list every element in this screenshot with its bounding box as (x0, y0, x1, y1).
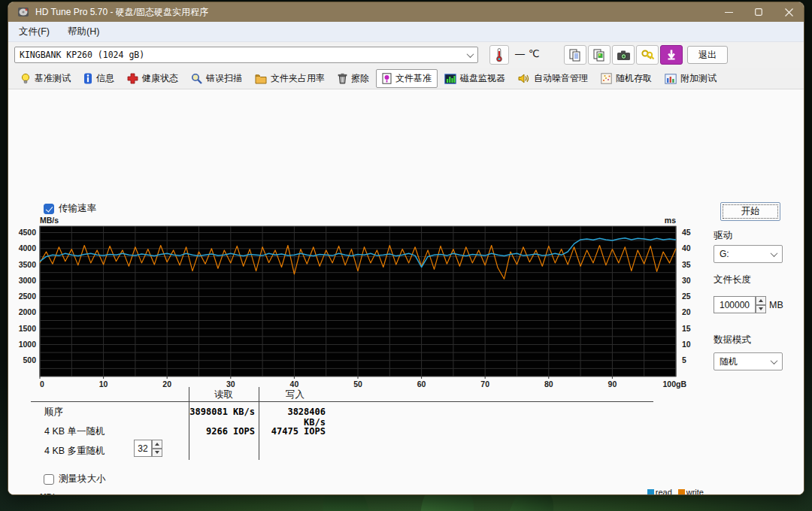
svg-text:MB/s: MB/s (40, 494, 59, 495)
random-access-icon (601, 73, 612, 84)
tab-bar: 基准测试 信息 健康状态 错误扫描 (8, 68, 804, 89)
svg-text:45: 45 (682, 228, 691, 237)
svg-text:20: 20 (162, 379, 171, 389)
svg-text:25: 25 (682, 292, 691, 301)
maximize-button[interactable] (744, 2, 774, 22)
options-button[interactable] (636, 45, 659, 65)
file-benchmark-icon (382, 73, 392, 84)
tab-label: 磁盘监视器 (460, 72, 505, 85)
tab-benchmark[interactable]: 基准测试 (14, 69, 77, 88)
folder-icon (255, 74, 267, 84)
menu-bar: 文件(F) 帮助(H) (8, 22, 804, 42)
stepper-up-button[interactable] (152, 440, 162, 449)
file-length-unit: MB (769, 300, 783, 310)
svg-text:MB/s: MB/s (40, 216, 59, 225)
tab-label: 信息 (96, 72, 114, 85)
tab-label: 基准测试 (35, 72, 71, 85)
block-size-checkbox[interactable]: 测量块大小 (44, 473, 106, 485)
svg-text:3500: 3500 (19, 260, 37, 269)
hdtune-app-icon (17, 6, 29, 18)
close-button[interactable] (774, 2, 804, 22)
speaker-icon (518, 73, 530, 84)
svg-text:40: 40 (682, 243, 691, 252)
4kb-single-write-value: 47475 IOPS (261, 426, 326, 437)
file-length-value[interactable]: 100000 (714, 296, 756, 313)
data-mode-select[interactable]: 随机 (714, 352, 783, 370)
svg-text:30: 30 (682, 276, 691, 285)
drive-letter-select[interactable]: G: (714, 245, 783, 263)
svg-text:60: 60 (417, 379, 426, 389)
svg-text:40: 40 (290, 379, 299, 389)
update-button[interactable] (660, 45, 683, 65)
trash-icon (338, 73, 347, 84)
start-button[interactable]: 开始 (720, 202, 780, 221)
temperature-value: — (515, 48, 525, 59)
block-size-chart: 10152025MB/s (11, 494, 710, 495)
queue-depth-stepper[interactable]: 32 (134, 440, 162, 457)
tab-info[interactable]: 信息 (77, 69, 120, 88)
drive-label: 驱动 (714, 229, 732, 242)
tab-label: 健康状态 (142, 72, 178, 85)
chevron-down-icon (771, 249, 778, 257)
svg-text:0: 0 (40, 379, 44, 389)
tab-erase[interactable]: 擦除 (332, 69, 375, 88)
row-4kb-single-label: 4 KB 单一随机 (44, 425, 105, 438)
copy-text-icon (568, 48, 582, 62)
svg-text:4500: 4500 (19, 228, 37, 237)
svg-text:10: 10 (682, 340, 691, 349)
svg-text:1000: 1000 (19, 340, 37, 349)
screenshot-button[interactable] (612, 45, 635, 65)
tab-label: 随机存取 (616, 72, 652, 85)
stepper-down-button[interactable] (756, 305, 766, 314)
checkbox-unchecked-icon (44, 474, 54, 485)
exit-button-label: 退出 (698, 49, 717, 62)
tab-folder-usage[interactable]: 文件夹占用率 (249, 69, 331, 88)
download-arrow-icon (665, 49, 677, 61)
tab-disk-monitor[interactable]: 磁盘监视器 (438, 69, 511, 88)
sequential-read-value: 3898081 KB/s (189, 407, 255, 417)
tab-label: 擦除 (351, 72, 369, 85)
svg-text:70: 70 (480, 379, 489, 389)
tab-noise-management[interactable]: 自动噪音管理 (512, 69, 594, 88)
copy-text-button[interactable] (564, 45, 586, 65)
copy-image-button[interactable] (588, 45, 611, 65)
file-length-stepper[interactable]: 100000 MB (714, 296, 783, 313)
table-header-write: 写入 (259, 389, 332, 401)
queue-depth-value[interactable]: 32 (134, 440, 152, 457)
drive-select-value: KINGBANK KP260 (1024 gB) (20, 50, 144, 60)
magnifier-icon (191, 73, 202, 84)
tab-random-access[interactable]: 随机存取 (595, 69, 658, 88)
exit-button[interactable]: 退出 (687, 46, 728, 64)
tab-error-scan[interactable]: 错误扫描 (185, 69, 248, 88)
svg-text:ms: ms (665, 216, 676, 225)
tab-extra-tests[interactable]: 附加测试 (659, 69, 723, 88)
stepper-up-button[interactable] (756, 296, 766, 305)
temperature-unit: ℃ (529, 48, 540, 59)
checkbox-checked-icon (44, 204, 54, 214)
svg-text:100gB: 100gB (662, 379, 686, 389)
transfer-rate-label: 传输速率 (59, 202, 96, 215)
thermometer-icon (495, 47, 504, 62)
transfer-rate-checkbox[interactable]: 传输速率 (44, 202, 96, 215)
svg-text:90: 90 (608, 379, 617, 389)
chevron-down-icon (467, 50, 474, 58)
temperature-readout: — ℃ (515, 48, 540, 59)
minimize-button[interactable] (714, 2, 744, 22)
tab-health[interactable]: 健康状态 (121, 69, 184, 88)
app-window: HD Tune Pro 5.70 - 硬盘/固态硬盘实用程序 文件(F) 帮助(… (8, 2, 804, 495)
stepper-down-button[interactable] (152, 449, 162, 458)
temperature-button[interactable] (489, 45, 509, 65)
table-header-read: 读取 (189, 389, 259, 401)
tab-file-benchmark[interactable]: 文件基准 (376, 69, 438, 88)
data-mode-label: 数据模式 (714, 334, 751, 346)
chevron-down-icon (771, 357, 778, 364)
health-cross-icon (127, 73, 138, 84)
copy-image-icon (592, 48, 606, 62)
title-bar[interactable]: HD Tune Pro 5.70 - 硬盘/固态硬盘实用程序 (8, 2, 804, 22)
menu-help[interactable]: 帮助(H) (60, 24, 107, 40)
sequential-write-value: 3828406 KB/s (261, 407, 326, 428)
file-benchmark-panel: 传输速率 50010001500200025003000350040004500… (8, 89, 804, 494)
transfer-rate-chart: 5001000150020002500300035004000450051015… (11, 214, 700, 390)
menu-file[interactable]: 文件(F) (11, 24, 57, 40)
drive-select[interactable]: KINGBANK KP260 (1024 gB) (14, 47, 478, 63)
